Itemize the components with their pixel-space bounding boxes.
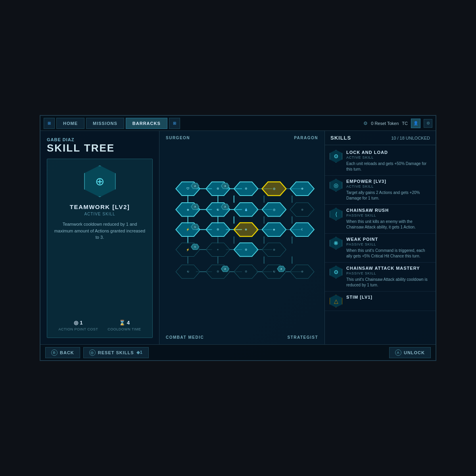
nav-home-icon-btn[interactable]: ⊞ <box>44 118 55 129</box>
tab-barracks[interactable]: BARRACKS <box>126 118 167 129</box>
nav-right: ⚙ 0 Reset Token TC 👤 ⚙ <box>363 119 432 128</box>
svg-text:◈: ◈ <box>273 228 275 231</box>
cooldown-val: 4 <box>127 320 130 326</box>
svg-text:⊕: ⊕ <box>301 187 303 190</box>
skill-tree-title: SKILL TREE <box>47 143 153 153</box>
game-screen: ⊞ HOME MISSIONS BARRACKS ⊞ ⚙ 0 Reset Tok… <box>40 115 436 361</box>
action-point-label: ACTION POINT COST <box>58 327 98 331</box>
lock-and-load-type: ACTIVE SKILL <box>346 155 431 159</box>
svg-text:◎: ◎ <box>273 187 275 190</box>
svg-text:⚙: ⚙ <box>245 270 247 273</box>
empower-name: EMPOWER [LV3] <box>346 179 431 184</box>
tab-missions[interactable]: MISSIONS <box>86 118 124 129</box>
lock-and-load-info: LOCK AND LOAD ACTIVE SKILL Each unit rel… <box>346 150 431 172</box>
reset-label: RESET SKILLS <box>98 350 134 355</box>
player-label: TC <box>402 121 408 126</box>
svg-text:⊕: ⊕ <box>301 270 303 273</box>
action-point-val: 1 <box>80 320 83 326</box>
back-label: BACK <box>60 350 74 355</box>
stat-action-icon-val: ◎ 1 <box>74 320 83 326</box>
svg-text:⚡: ⚡ <box>186 228 190 231</box>
svg-text:⚙: ⚙ <box>245 248 247 251</box>
skill-item-empower[interactable]: ◎ EMPOWER [LV3] ACTIVE SKILL Target ally… <box>325 176 436 205</box>
svg-text:⊕: ⊕ <box>273 248 275 251</box>
svg-text:🛡: 🛡 <box>186 187 189 190</box>
weak-point-type: PASSIVE SKILL <box>346 242 431 246</box>
skill-card: ⊕ TEAMWORK [LV2] ACTIVE SKILL Teamwork c… <box>47 159 153 338</box>
chainsaw-mastery-info: CHAINSAW ATTACK MASTERY PASSIVE SKILL Th… <box>346 266 431 288</box>
skills-list: ⚙ LOCK AND LOAD ACTIVE SKILL Each unit r… <box>325 145 436 344</box>
tree-top-labels: SURGEON PARAGON <box>166 136 318 140</box>
nav-barracks-icon: ⊞ <box>169 118 180 129</box>
weak-point-name: WEAK POINT <box>346 237 431 242</box>
svg-text:◎: ◎ <box>273 208 275 211</box>
chainsaw-rush-desc: When this unit kills an enemy with the C… <box>346 219 431 230</box>
svg-text:☯: ☯ <box>187 270 189 273</box>
tab-home[interactable]: HOME <box>56 118 84 129</box>
stim-icon: △ <box>330 295 342 307</box>
svg-text:⚙: ⚙ <box>217 187 219 190</box>
skill-item-weak-point[interactable]: ❋ WEAK POINT PASSIVE SKILL When this uni… <box>325 234 436 263</box>
weak-point-desc: When this unit's Command is triggered, e… <box>346 248 431 259</box>
back-icon: B <box>51 349 58 356</box>
action-point-icon: ◎ <box>74 320 78 326</box>
skill-selected-name: TEAMWORK [LV2] <box>70 203 130 210</box>
gear-icon: ⚙ <box>363 121 368 126</box>
skill-item-chainsaw-rush[interactable]: ⟨ CHAINSAW RUSH PASSIVE SKILL When this … <box>325 205 436 234</box>
stim-info: STIM [LV1] <box>346 295 431 300</box>
lock-and-load-icon: ⚙ <box>330 150 342 163</box>
tree-bottom-labels: COMBAT MEDIC STRATEGIST <box>166 335 318 340</box>
lock-and-load-name: LOCK AND LOAD <box>346 150 431 155</box>
svg-text:☯: ☯ <box>273 270 275 273</box>
chainsaw-mastery-type: PASSIVE SKILL <box>346 271 431 275</box>
bottom-bar: B BACK ◎ RESET SKILLS ◆1 A UNLOCK <box>40 344 436 360</box>
skill-selected-icon: ⊕ <box>84 165 116 197</box>
svg-text:◈: ◈ <box>186 208 189 211</box>
chainsaw-mastery-icon: ⚙ <box>330 266 342 278</box>
cooldown-icon: ⌛ <box>119 320 125 326</box>
skill-tree-svg: 🛡 2 ⚙ 3 ⚙ ◎ <box>166 143 318 332</box>
skill-selected-desc: Teamwork cooldown reduced by 1 and maxim… <box>54 221 146 241</box>
svg-text:⚙: ⚙ <box>217 270 219 273</box>
skill-tree-panel: SURGEON PARAGON <box>159 131 324 344</box>
svg-text:⊕: ⊕ <box>301 208 303 211</box>
label-paragon: PARAGON <box>294 136 318 140</box>
unlock-label: UNLOCK <box>404 350 425 355</box>
skill-item-stim[interactable]: △ STIM [LV1] <box>325 292 436 311</box>
stat-cooldown: ⌛ 4 COOLDOWN TIME <box>107 320 141 331</box>
label-combat-medic: COMBAT MEDIC <box>166 335 204 340</box>
empower-info: EMPOWER [LV3] ACTIVE SKILL Target ally g… <box>346 179 431 201</box>
outer-wrapper: ⊞ HOME MISSIONS BARRACKS ⊞ ⚙ 0 Reset Tok… <box>0 0 476 476</box>
settings-icon-btn[interactable]: ⚙ <box>424 119 432 128</box>
skills-count: 10 / 18 UNLOCKED <box>391 136 430 140</box>
skill-item-chainsaw-mastery[interactable]: ⚙ CHAINSAW ATTACK MASTERY PASSIVE SKILL … <box>325 263 436 292</box>
reset-token-display: 0 Reset Token <box>371 121 399 126</box>
reset-icon: ◎ <box>89 349 96 356</box>
svg-text:💧: 💧 <box>244 208 248 211</box>
chainsaw-rush-info: CHAINSAW RUSH PASSIVE SKILL When this un… <box>346 208 431 230</box>
skill-tree-grid[interactable]: 🛡 2 ⚙ 3 ⚙ ◎ <box>166 143 318 332</box>
stat-action-point: ◎ 1 ACTION POINT COST <box>58 320 98 331</box>
skills-title: SKILLS <box>330 135 351 141</box>
stat-cooldown-icon-val: ⌛ 4 <box>119 320 130 326</box>
svg-text:✦: ✦ <box>217 248 219 251</box>
chainsaw-mastery-desc: This unit's Chainsaw Attack ability cool… <box>346 277 431 288</box>
unlock-button[interactable]: A UNLOCK <box>389 347 431 358</box>
label-surgeon: SURGEON <box>166 136 190 140</box>
nav-bar: ⊞ HOME MISSIONS BARRACKS ⊞ ⚙ 0 Reset Tok… <box>40 116 436 131</box>
svg-text:⚙: ⚙ <box>217 228 219 231</box>
character-name: GABE DIAZ <box>47 137 153 142</box>
bottom-left-buttons: B BACK ◎ RESET SKILLS ◆1 <box>45 347 149 358</box>
player-avatar: 👤 <box>411 119 420 128</box>
skill-item-lock-and-load[interactable]: ⚙ LOCK AND LOAD ACTIVE SKILL Each unit r… <box>325 147 436 176</box>
skill-selected-type: ACTIVE SKILL <box>84 212 115 216</box>
chainsaw-rush-type: PASSIVE SKILL <box>346 213 431 217</box>
skill-stats: ◎ 1 ACTION POINT COST ⌛ 4 COOLDOWN TIME <box>58 320 141 331</box>
empower-desc: Target ally gains 2 Actions and gets +20… <box>346 190 431 201</box>
unlock-icon: A <box>395 349 401 356</box>
reset-cost: ◆1 <box>136 350 143 355</box>
back-button[interactable]: B BACK <box>45 347 80 358</box>
main-content: GABE DIAZ SKILL TREE ⊕ TEAMWORK [LV2] AC… <box>40 131 436 344</box>
svg-text:⚡: ⚡ <box>186 248 190 251</box>
reset-skills-button[interactable]: ◎ RESET SKILLS ◆1 <box>83 347 149 358</box>
